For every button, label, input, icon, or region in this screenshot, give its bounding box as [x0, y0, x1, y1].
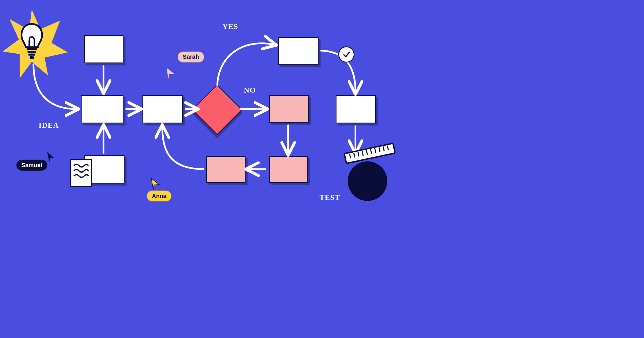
process-box-yes[interactable]	[278, 37, 319, 65]
svg-line-10	[362, 151, 363, 156]
svg-line-13	[375, 148, 376, 153]
svg-rect-6	[344, 143, 395, 163]
checkmark-badge-icon	[338, 46, 354, 63]
process-box-after-yes[interactable]	[336, 95, 376, 123]
label-idea: IDEA	[39, 121, 59, 130]
user-tag-anna[interactable]: Anna	[147, 190, 171, 201]
svg-rect-2	[28, 54, 35, 56]
edge-loop-back	[162, 127, 204, 169]
process-box-no-below[interactable]	[269, 156, 308, 183]
starburst-icon	[3, 9, 68, 78]
cursor-sarah-icon	[167, 68, 174, 79]
process-box-doc[interactable]	[84, 155, 125, 183]
svg-rect-1	[27, 51, 36, 53]
lightbulb-icon	[21, 24, 42, 59]
process-box-no-left[interactable]	[206, 156, 246, 183]
user-tag-samuel[interactable]: Samuel	[16, 160, 47, 171]
svg-rect-0	[27, 48, 37, 50]
svg-line-8	[354, 153, 355, 157]
label-no: NO	[244, 86, 256, 94]
svg-line-9	[358, 152, 359, 157]
cursor-anna-icon	[151, 179, 159, 190]
svg-line-15	[383, 146, 384, 151]
process-box-no-right[interactable]	[269, 95, 309, 123]
balance-test-icon	[344, 143, 395, 201]
svg-line-14	[379, 147, 380, 152]
svg-line-11	[366, 150, 367, 155]
user-tag-sarah[interactable]: Sarah	[178, 52, 204, 63]
label-yes: YES	[222, 22, 238, 31]
label-test: TEST	[319, 193, 340, 202]
edge-decision-yes	[217, 43, 274, 85]
cursor-samuel-icon	[47, 152, 54, 162]
process-box-mid[interactable]	[142, 95, 183, 123]
svg-line-12	[371, 149, 372, 154]
process-box-main[interactable]	[81, 95, 124, 123]
svg-point-5	[348, 161, 387, 201]
flowchart-canvas[interactable]: IDEA YES NO TEST Samuel Sarah Anna	[0, 0, 412, 216]
svg-line-7	[350, 154, 351, 159]
edge-idea-to-main	[34, 64, 76, 109]
svg-line-16	[387, 146, 389, 150]
process-box-top[interactable]	[84, 35, 124, 63]
decision-diamond[interactable]	[192, 84, 243, 135]
svg-rect-3	[30, 56, 34, 59]
